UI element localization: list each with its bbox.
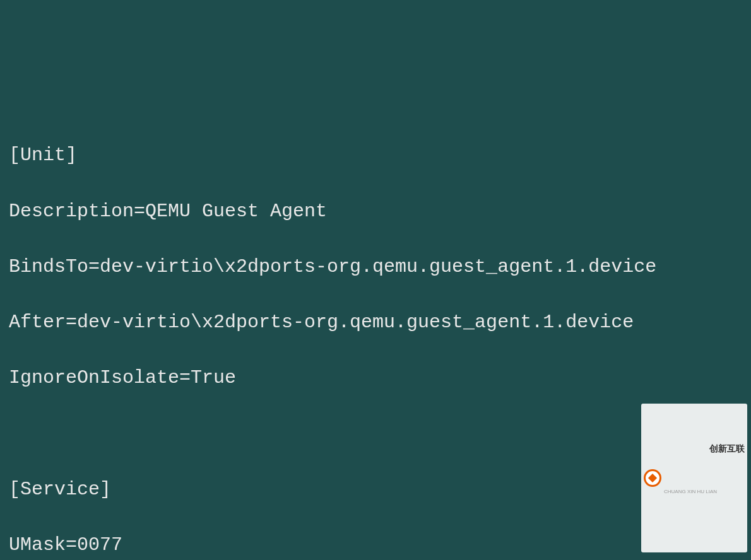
config-line-bindsto: BindsTo=dev-virtio\x2dports-org.qemu.gue…: [9, 253, 742, 281]
watermark-badge: 创新互联 CHUANG XIN HU LIAN: [641, 404, 747, 552]
config-line-ignoreonisolate: IgnoreOnIsolate=True: [9, 364, 742, 392]
terminal-output: [Unit] Description=QEMU Guest Agent Bind…: [9, 114, 742, 560]
blank-line: [9, 419, 742, 447]
config-line-service-header: [Service]: [9, 475, 742, 503]
watermark-text-container: 创新互联 CHUANG XIN HU LIAN: [664, 405, 745, 551]
config-line-after: After=dev-virtio\x2dports-org.qemu.guest…: [9, 308, 742, 336]
watermark-text: 创新互联: [709, 443, 745, 453]
config-line-umask: UMask=0077: [9, 531, 742, 559]
watermark-logo-icon: [644, 469, 661, 487]
config-line-description: Description=QEMU Guest Agent: [9, 197, 742, 225]
watermark-subtext: CHUANG XIN HU LIAN: [664, 488, 745, 496]
config-line-unit-header: [Unit]: [9, 141, 742, 169]
